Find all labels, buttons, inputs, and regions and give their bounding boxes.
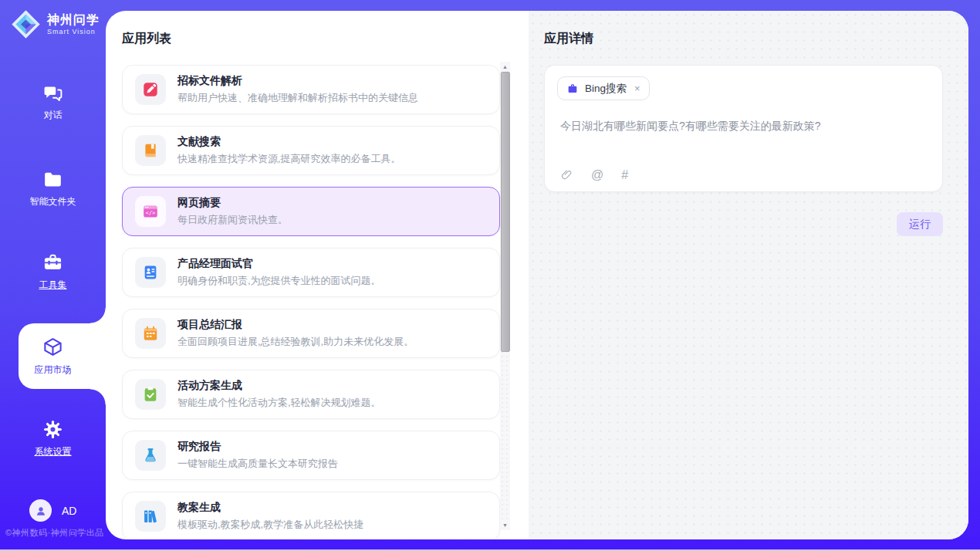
card-text: 教案生成模板驱动,教案秒成,教学准备从此轻松快捷 — [177, 501, 363, 532]
run-button[interactable]: 运行 — [897, 212, 943, 236]
sidebar-item-4[interactable]: 应用市场 — [0, 323, 106, 389]
sidebar-item-label: 智能文件夹 — [30, 195, 76, 208]
card-description: 一键智能生成高质量长文本研究报告 — [177, 457, 338, 471]
tool-tag-bing-search[interactable]: Bing搜索 × — [557, 76, 650, 100]
calendar-icon — [135, 318, 166, 349]
card-text: 项目总结汇报全面回顾项目进展,总结经验教训,助力未来优化发展。 — [177, 318, 414, 349]
scrollbar-track[interactable] — [500, 72, 510, 520]
main-content: 应用列表 招标文件解析帮助用户快速、准确地理解和解析招标书中的关键信息文献搜索快… — [106, 11, 968, 539]
app-card-3[interactable]: </>网页摘要每日政府新闻资讯快查。 — [122, 187, 500, 236]
sidebar-item-5[interactable]: 系统设置 — [0, 418, 106, 458]
card-description: 明确身份和职责,为您提供专业性的面试问题。 — [177, 274, 381, 288]
card-title: 教案生成 — [177, 501, 363, 514]
card-description: 智能生成个性化活动方案,轻松解决规划难题。 — [177, 396, 381, 410]
app-card-7[interactable]: 研究报告一键智能生成高质量长文本研究报告 — [122, 431, 500, 480]
app-card-5[interactable]: 项目总结汇报全面回顾项目进展,总结经验教训,助力未来优化发展。 — [122, 309, 500, 358]
card-description: 全面回顾项目进展,总结经验教训,助力未来优化发展。 — [177, 335, 414, 349]
card-title: 招标文件解析 — [177, 74, 418, 87]
brand-name: 神州问学 — [47, 13, 100, 27]
card-title: 研究报告 — [177, 440, 338, 453]
clipboard-check-icon — [135, 379, 166, 410]
card-description: 模板驱动,教案秒成,教学准备从此轻松快捷 — [177, 518, 363, 532]
run-row: 运行 — [544, 212, 943, 236]
app-card-1[interactable]: 招标文件解析帮助用户快速、准确地理解和解析招标书中的关键信息 — [122, 65, 500, 114]
card-description: 快速精准查找学术资源,提高研究效率的必备工具。 — [177, 152, 401, 166]
app-card-4[interactable]: 产品经理面试官明确身份和职责,为您提供专业性的面试问题。 — [122, 248, 500, 297]
app-card-6[interactable]: 活动方案生成智能生成个性化活动方案,轻松解决规划难题。 — [122, 370, 500, 419]
briefcase-icon — [566, 83, 579, 95]
bubble-fillet-bottom — [90, 389, 106, 404]
scroll-down-icon[interactable]: ▼ — [500, 520, 510, 530]
chat-icon — [42, 82, 64, 103]
browser-code-icon: </> — [135, 196, 166, 227]
user-avatar-icon — [29, 499, 52, 522]
resume-icon — [135, 257, 166, 288]
hash-icon[interactable]: # — [621, 169, 628, 181]
card-description: 每日政府新闻资讯快查。 — [177, 213, 288, 227]
sidebar-item-1[interactable]: 对话 — [0, 82, 106, 122]
user-initials: AD — [62, 505, 76, 517]
tool-tag-label: Bing搜索 — [585, 82, 627, 96]
brand-subtitle: Smart Vision — [47, 28, 100, 35]
flask-icon — [135, 440, 166, 471]
folder-icon — [42, 168, 64, 190]
svg-text:</>: </> — [146, 210, 155, 216]
card-text: 研究报告一键智能生成高质量长文本研究报告 — [177, 440, 338, 471]
card-title: 网页摘要 — [177, 196, 288, 209]
book-icon — [135, 135, 166, 166]
sidebar: 神州问学 Smart Vision 对话智能文件夹工具集应用市场系统设置 AD … — [0, 0, 106, 551]
brand-logo: 神州问学 Smart Vision — [10, 8, 100, 40]
card-text: 招标文件解析帮助用户快速、准确地理解和解析招标书中的关键信息 — [177, 74, 418, 105]
bubble-fillet-top — [90, 308, 106, 323]
sidebar-item-label: 工具集 — [39, 279, 67, 292]
card-text: 文献搜索快速精准查找学术资源,提高研究效率的必备工具。 — [177, 135, 401, 166]
app-list-panel: 应用列表 招标文件解析帮助用户快速、准确地理解和解析招标书中的关键信息文献搜索快… — [106, 11, 529, 539]
cube-icon — [42, 336, 64, 358]
card-text: 产品经理面试官明确身份和职责,为您提供专业性的面试问题。 — [177, 257, 381, 288]
attachment-toolbar: @ # — [560, 168, 628, 181]
sidebar-item-label: 对话 — [44, 109, 63, 122]
gear-icon — [42, 418, 64, 440]
sidebar-item-label: 系统设置 — [35, 445, 72, 458]
prompt-text-input[interactable]: 今日湖北有哪些新闻要点?有哪些需要关注的最新政策? — [560, 118, 927, 134]
books-icon — [135, 501, 166, 532]
card-title: 项目总结汇报 — [177, 318, 414, 331]
paperclip-icon[interactable] — [560, 168, 573, 181]
at-icon[interactable]: @ — [591, 169, 603, 181]
diamond-logo-icon — [10, 8, 42, 40]
sidebar-item-3[interactable]: 工具集 — [0, 252, 106, 292]
copyright-footer: ©神州数码·神州问学出品 — [5, 527, 104, 539]
scrollbar[interactable]: ▲ ▼ — [500, 62, 510, 530]
scroll-up-icon[interactable]: ▲ — [500, 62, 510, 72]
toolbox-icon — [42, 252, 64, 273]
card-title: 文献搜索 — [177, 135, 401, 148]
app-list-title: 应用列表 — [122, 31, 529, 47]
sidebar-item-label: 应用市场 — [35, 363, 72, 377]
app-detail-panel: 应用详情 Bing搜索 × 今日湖北有哪些新闻要点?有哪些需要关注的最新政策? … — [529, 11, 968, 539]
sidebar-item-2[interactable]: 智能文件夹 — [0, 168, 106, 208]
app-card-2[interactable]: 文献搜索快速精准查找学术资源,提高研究效率的必备工具。 — [122, 126, 500, 175]
card-description: 帮助用户快速、准确地理解和解析招标书中的关键信息 — [177, 91, 418, 105]
app-detail-title: 应用详情 — [544, 31, 943, 47]
edit-icon — [135, 74, 166, 105]
scrollbar-thumb[interactable] — [501, 72, 510, 352]
card-text: 网页摘要每日政府新闻资讯快查。 — [177, 196, 288, 227]
card-title: 产品经理面试官 — [177, 257, 381, 270]
prompt-input-card: Bing搜索 × 今日湖北有哪些新闻要点?有哪些需要关注的最新政策? @ # — [544, 65, 943, 192]
card-text: 活动方案生成智能生成个性化活动方案,轻松解决规划难题。 — [177, 379, 381, 410]
app-card-list: 招标文件解析帮助用户快速、准确地理解和解析招标书中的关键信息文献搜索快速精准查找… — [122, 65, 500, 539]
card-title: 活动方案生成 — [177, 379, 381, 392]
app-card-8[interactable]: 教案生成模板驱动,教案秒成,教学准备从此轻松快捷 — [122, 492, 500, 539]
close-icon[interactable]: × — [634, 83, 640, 94]
user-account[interactable]: AD — [29, 499, 76, 522]
